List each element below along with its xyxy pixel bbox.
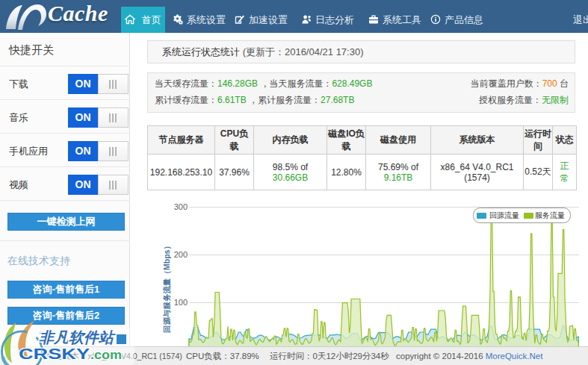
svg-text:.com: .com: [90, 348, 122, 361]
svg-text:100: 100: [174, 298, 188, 307]
svg-text:200: 200: [174, 250, 188, 259]
svg-text:非凡软件站: 非凡软件站: [39, 329, 116, 346]
svg-text:服务流量: 服务流量: [535, 211, 565, 219]
svg-text:回源流量: 回源流量: [489, 211, 519, 219]
svg-text:CRSKY: CRSKY: [19, 346, 90, 362]
svg-text:300: 300: [174, 202, 188, 211]
